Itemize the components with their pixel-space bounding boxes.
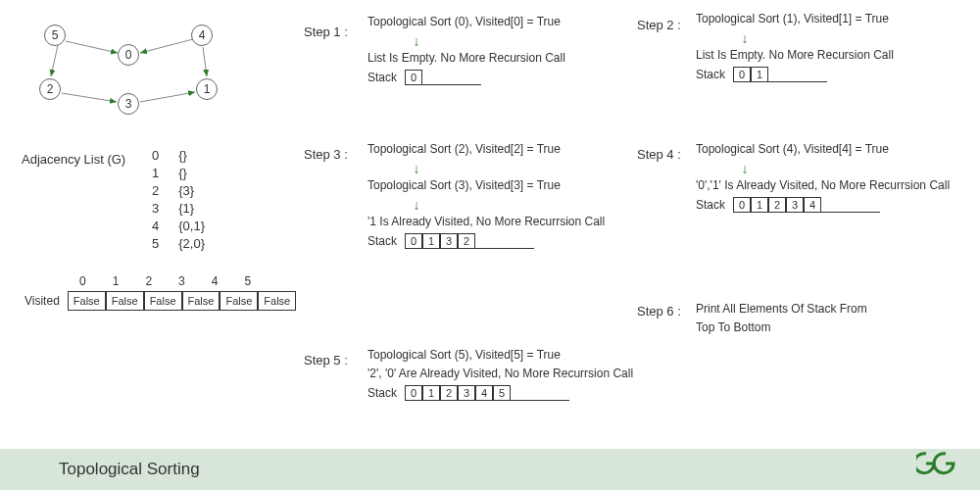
stack-cell: 3: [786, 197, 804, 213]
visited-cell: False: [220, 291, 258, 311]
step2-label: Step 2 :: [637, 18, 681, 32]
adj-row: 0{}: [152, 147, 205, 165]
stack-cell: 1: [422, 385, 440, 401]
svg-line-1: [140, 39, 193, 53]
visited-cell: False: [106, 291, 144, 311]
visited-cells: FalseFalseFalseFalseFalseFalse: [68, 291, 296, 311]
stack-cell: 0: [405, 385, 422, 401]
svg-line-2: [51, 45, 58, 76]
stack-cell: 4: [475, 385, 493, 401]
step6-label: Step 6 :: [637, 304, 681, 318]
adj-row: 1{}: [152, 165, 205, 182]
graph-node: 2: [39, 78, 61, 100]
visited-array: 012345 Visited FalseFalseFalseFalseFalse…: [24, 274, 296, 311]
stack-cell: 2: [458, 233, 475, 249]
step1-label: Step 1 :: [304, 24, 348, 39]
stack-cell: 3: [458, 385, 475, 401]
adj-row: 2{3}: [152, 182, 205, 200]
graph-node: 3: [118, 93, 139, 115]
visited-label: Visited: [24, 294, 60, 308]
footer-bar: Topological Sorting: [0, 449, 980, 490]
step4-label: Step 4 :: [637, 147, 681, 162]
stack-cell: 3: [440, 233, 458, 249]
adjacency-list-label: Adjacency List (G): [22, 152, 125, 167]
graph-node: 1: [196, 78, 218, 100]
arrow-down-icon: ↓: [368, 161, 466, 176]
graph-node: 4: [191, 24, 213, 46]
stack-cell: 2: [768, 197, 786, 213]
step6: Print All Elements Of Stack From Top To …: [696, 302, 867, 339]
step5-label: Step 5 :: [304, 353, 348, 368]
step4: Topological Sort (4), Visited[4] = True …: [696, 142, 950, 213]
stack-cell: 4: [804, 197, 821, 213]
adjacency-list: 0{}1{}2{3}3{1}4{0,1}5{2,0}: [152, 147, 205, 253]
graph-node: 5: [44, 24, 66, 46]
adj-row: 5{2,0}: [152, 235, 205, 253]
step3-label: Step 3 :: [304, 147, 348, 162]
svg-line-5: [203, 47, 207, 76]
step2: Topological Sort (1), Visited[1] = True …: [696, 12, 894, 82]
visited-cell: False: [182, 291, 220, 311]
logo-icon: [916, 451, 956, 482]
visited-cell: False: [258, 291, 296, 311]
stack-cell: 5: [493, 385, 511, 401]
svg-line-4: [140, 92, 195, 102]
stack-cell: 0: [405, 70, 422, 85]
svg-line-0: [66, 41, 118, 53]
graph-node: 0: [118, 44, 139, 66]
stack-cell: 1: [751, 197, 768, 213]
arrow-down-icon: ↓: [696, 30, 794, 46]
visited-cell: False: [68, 291, 106, 311]
graph-diagram: 012345: [24, 20, 240, 118]
stack-cell: 0: [733, 67, 751, 82]
step3: Topological Sort (2), Visited[2] = True …: [368, 142, 605, 249]
stack-cell: 1: [751, 67, 768, 82]
visited-cell: False: [144, 291, 182, 311]
arrow-down-icon: ↓: [368, 33, 466, 49]
stack-cell: 0: [733, 197, 751, 213]
svg-line-3: [62, 93, 117, 102]
visited-headers: 012345: [79, 274, 296, 288]
step1: Topological Sort (0), Visited[0] = True …: [368, 15, 565, 85]
step5: Topological Sort (5), Visited[5] = True …: [368, 348, 633, 401]
footer-title: Topological Sorting: [59, 460, 200, 479]
stack-cell: 1: [422, 233, 440, 249]
stack-cell: 0: [405, 233, 422, 249]
arrow-down-icon: ↓: [696, 161, 794, 176]
adj-row: 3{1}: [152, 200, 205, 218]
adj-row: 4{0,1}: [152, 218, 205, 235]
stack-cell: 2: [440, 385, 458, 401]
arrow-down-icon: ↓: [368, 197, 466, 213]
